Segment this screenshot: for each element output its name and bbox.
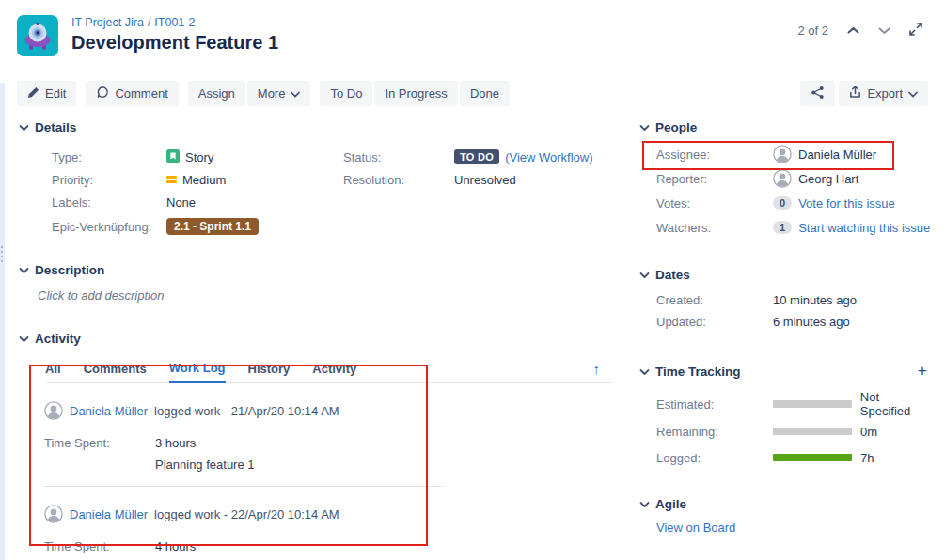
remaining-label: Remaining: xyxy=(656,425,773,439)
chevron-down-icon xyxy=(639,268,650,282)
priority-label: Priority: xyxy=(52,173,166,187)
next-issue-button[interactable] xyxy=(873,22,896,39)
agile-section-header[interactable]: Agile xyxy=(639,497,933,511)
description-section-title: Description xyxy=(35,263,104,277)
epic-badge[interactable]: 2.1 - Sprint 1.1 xyxy=(166,218,259,235)
time-tracking-section-header[interactable]: Time Tracking xyxy=(639,365,741,379)
watchers-count-badge[interactable]: 1 xyxy=(773,221,792,234)
logged-row: Logged: 7h xyxy=(656,444,933,471)
worklog-author-link[interactable]: Daniela Müller xyxy=(70,404,148,418)
description-section-header[interactable]: Description xyxy=(19,263,613,277)
view-workflow-link[interactable]: (View Workflow) xyxy=(505,150,592,164)
priority-value: Medium xyxy=(182,173,226,187)
remaining-row: Remaining: 0m xyxy=(656,418,933,444)
time-spent-value: 4 hours xyxy=(155,539,196,553)
description-placeholder[interactable]: Click to add description xyxy=(38,288,613,303)
chevron-down-icon xyxy=(291,86,300,101)
add-time-icon[interactable]: + xyxy=(918,362,927,381)
panel-drag-handle[interactable] xyxy=(1,246,3,262)
in-progress-button-label: In Progress xyxy=(385,86,447,101)
edit-button[interactable]: Edit xyxy=(17,81,76,106)
chevron-down-icon xyxy=(908,86,918,101)
export-button[interactable]: Export xyxy=(839,81,928,106)
comment-button[interactable]: Comment xyxy=(86,81,178,106)
collapsed-sidebar-edge xyxy=(0,83,5,560)
details-section-header[interactable]: Details xyxy=(19,120,613,134)
logged-label: Logged: xyxy=(656,451,773,465)
people-section-header[interactable]: People xyxy=(639,120,933,134)
vote-link[interactable]: Vote for this issue xyxy=(798,196,895,210)
user-avatar-icon xyxy=(44,401,63,420)
worklog-author-link[interactable]: Daniela Müller xyxy=(70,507,148,521)
estimated-row: Estimated: Not Specified xyxy=(656,390,933,418)
dates-section-title: Dates xyxy=(655,268,690,282)
votes-count-badge[interactable]: 0 xyxy=(773,196,792,210)
tab-activity[interactable]: Activity xyxy=(312,358,356,382)
worklog-action-text: logged work - 22/Apr/20 10:14 AM xyxy=(154,507,339,521)
tab-history[interactable]: History xyxy=(248,358,291,382)
pencil-icon xyxy=(27,86,39,101)
votes-label: Votes: xyxy=(656,196,773,210)
assignee-row: Assignee: Daniela Müller xyxy=(656,142,933,166)
chevron-up-icon xyxy=(847,23,859,38)
activity-section-title: Activity xyxy=(35,332,81,346)
labels-label: Labels: xyxy=(52,195,166,210)
user-avatar-icon xyxy=(44,505,63,523)
tab-all[interactable]: All xyxy=(45,358,61,382)
estimated-label: Estimated: xyxy=(656,397,773,412)
fullscreen-button[interactable] xyxy=(904,21,928,40)
logged-value: 7h xyxy=(860,451,874,465)
issue-toolbar: Edit Comment Assign More To Do In Progre… xyxy=(17,81,928,106)
breadcrumb-project-link[interactable]: IT Project Jira xyxy=(71,16,144,29)
assignee-value[interactable]: Daniela Müller xyxy=(798,148,876,162)
resolution-value: Unresolved xyxy=(454,173,516,187)
more-button-label: More xyxy=(258,86,286,101)
breadcrumb-issue-key-link[interactable]: IT001-2 xyxy=(154,16,195,29)
chevron-down-icon xyxy=(639,365,650,379)
export-icon xyxy=(849,86,861,101)
comment-button-label: Comment xyxy=(115,86,167,101)
chevron-down-icon xyxy=(19,120,29,134)
view-on-board-link[interactable]: View on Board xyxy=(656,521,933,535)
more-button[interactable]: More xyxy=(247,81,311,106)
watch-link[interactable]: Start watching this issue xyxy=(798,221,930,235)
assignee-label: Assignee: xyxy=(656,148,773,162)
estimated-progress-bar xyxy=(773,400,852,408)
share-button[interactable] xyxy=(800,81,835,106)
activity-section-header[interactable]: Activity xyxy=(19,332,613,346)
details-section-title: Details xyxy=(35,120,76,134)
reporter-label: Reporter: xyxy=(656,172,773,186)
user-avatar-icon xyxy=(773,145,792,163)
tab-work-log[interactable]: Work Log xyxy=(169,357,226,383)
assign-button[interactable]: Assign xyxy=(188,81,245,106)
watchers-row: Watchers: 1 Start watching this issue xyxy=(656,215,933,240)
sort-order-icon[interactable]: ↑ xyxy=(593,361,601,377)
time-spent-label: Time Spent: xyxy=(44,539,155,553)
worklog-list: Daniela Müller logged work - 21/Apr/20 1… xyxy=(44,383,613,560)
expand-icon xyxy=(909,23,922,39)
workflow-done-button[interactable]: Done xyxy=(460,81,510,106)
logged-progress-bar xyxy=(773,454,852,461)
chevron-down-icon xyxy=(639,120,650,134)
created-value: 10 minutes ago xyxy=(773,293,857,307)
time-spent-value: 3 hours xyxy=(155,436,196,450)
workflow-todo-button[interactable]: To Do xyxy=(320,81,372,106)
reporter-value[interactable]: Georg Hart xyxy=(798,172,858,186)
pager-count: 2 of 2 xyxy=(797,23,828,38)
main-column: Details Type: Story Priority: Medium xyxy=(19,120,613,560)
worklog-action-text: logged work - 21/Apr/20 10:14 AM xyxy=(154,404,339,418)
type-value: Story xyxy=(185,150,213,164)
project-avatar-icon[interactable] xyxy=(17,15,58,56)
sidebar-column: People Assignee: Daniela Müller Reporter… xyxy=(639,120,933,535)
user-avatar-icon xyxy=(773,169,792,188)
dates-section-header[interactable]: Dates xyxy=(639,268,933,282)
updated-value: 6 minutes ago xyxy=(773,315,850,329)
previous-issue-button[interactable] xyxy=(842,22,865,39)
chevron-down-icon xyxy=(19,332,29,346)
tab-comments[interactable]: Comments xyxy=(84,358,147,382)
done-button-label: Done xyxy=(470,86,499,101)
comment-bubble-icon xyxy=(96,86,109,101)
time-spent-label: Time Spent: xyxy=(44,436,155,450)
worklog-entry: Daniela Müller logged work - 22/Apr/20 1… xyxy=(44,487,613,560)
workflow-in-progress-button[interactable]: In Progress xyxy=(374,81,457,106)
